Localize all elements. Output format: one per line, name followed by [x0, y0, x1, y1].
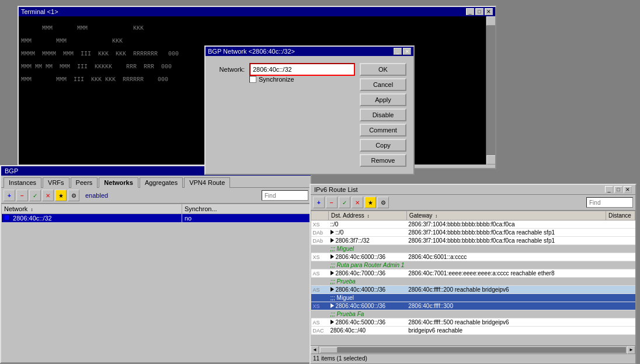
- ipv6-table-area[interactable]: Dst. Address ↕ Gateway ↕ Distance XS: [311, 211, 635, 345]
- terminal-maximize-btn[interactable]: □: [475, 8, 484, 15]
- gw-cell: 2806:40c:7001:eeee:eeee:eeee:a:cccc reac…: [406, 270, 606, 278]
- ipv6-title-controls: _ □ ✕: [605, 186, 632, 193]
- network-cell: 2806:40c::/32: [2, 214, 182, 223]
- terminal-scrollbar[interactable]: ▲ ▼: [486, 16, 495, 164]
- ok-button[interactable]: OK: [360, 63, 406, 76]
- table-row[interactable]: XS 2806:40c:6000::/36 2806:40c:6001::a:c…: [311, 253, 635, 261]
- interface-icon: [4, 215, 10, 220]
- add-button[interactable]: +: [4, 190, 15, 201]
- cancel-button[interactable]: Cancel: [360, 78, 406, 91]
- comment-button[interactable]: Comment: [360, 124, 406, 136]
- table-row[interactable]: AS 2806:40c:4000::/36 2806:40c:ffff::200…: [311, 286, 635, 294]
- check-btn[interactable]: ✓: [29, 190, 41, 201]
- table-row[interactable]: ;;; Miguel: [311, 245, 635, 253]
- terminal-titlebar: Terminal <1> _ □ ✕: [19, 7, 495, 16]
- arrow-icon: [331, 303, 334, 308]
- tab-vrfs[interactable]: VRFs: [43, 177, 69, 188]
- table-row[interactable]: ;;; Prueba: [311, 278, 635, 286]
- table-row[interactable]: 2806:40c::/32 no: [2, 214, 311, 223]
- hscroll-thumb[interactable]: [320, 347, 338, 353]
- table-row[interactable]: ;;; Prueba Fa: [311, 310, 635, 318]
- sync-row: Synchronize: [213, 76, 355, 83]
- ipv6-title: IPv6 Route List: [314, 186, 358, 193]
- col-network[interactable]: Network ↕: [2, 204, 182, 214]
- comment-cell: ;;; Ruta para Router Admin 1: [329, 261, 635, 270]
- col-sync[interactable]: Synchron...: [182, 204, 310, 214]
- table-row[interactable]: DAC 2806:40c::/40 bridgeipv6 reachable: [311, 327, 635, 335]
- terminal-close-btn[interactable]: ✕: [485, 8, 493, 15]
- dst-cell: 2806:40c:7000::/36: [329, 270, 407, 278]
- table-header-row: Network ↕ Synchron...: [2, 204, 311, 214]
- table-row[interactable]: XS ::/0 2806:3f7:1004:bbbb:bbbb:bbbb:f0c…: [311, 220, 635, 229]
- copy-button[interactable]: Copy: [360, 139, 406, 152]
- type-cell: XS: [311, 253, 329, 261]
- route-table-header: Dst. Address ↕ Gateway ↕ Distance: [311, 211, 635, 220]
- scroll-up-arrow[interactable]: ▲: [486, 16, 496, 26]
- tab-instances[interactable]: Instances: [4, 177, 41, 188]
- table-row[interactable]: ;;; Ruta para Router Admin 1: [311, 261, 635, 270]
- terminal-minimize-btn[interactable]: _: [466, 8, 474, 15]
- col-distance[interactable]: Distance: [606, 211, 635, 220]
- ipv6-x-btn[interactable]: ✕: [352, 197, 363, 208]
- ipv6-route-table: Dst. Address ↕ Gateway ↕ Distance XS: [311, 211, 635, 335]
- gw-sort-icon: ↕: [435, 214, 437, 219]
- x-btn[interactable]: ✕: [42, 190, 54, 201]
- bgp-panel-title: BGP: [5, 167, 18, 174]
- ipv6-close-btn[interactable]: ✕: [624, 186, 632, 193]
- col-type[interactable]: [311, 211, 329, 220]
- bgp-network-dialog: BGP Network <2806:40c::/32> _ ✕ Network:…: [204, 46, 415, 175]
- table-row[interactable]: AS 2806:40c:7000::/36 2806:40c:7001:eeee…: [311, 270, 635, 278]
- ipv6-maximize-btn[interactable]: □: [614, 186, 622, 193]
- filter-btn[interactable]: ⚙: [68, 190, 79, 201]
- table-row[interactable]: ;;; Miguel: [311, 294, 635, 302]
- bgp-table-area[interactable]: Network ↕ Synchron... 2806:40c::/32 no: [1, 204, 311, 347]
- bgp-dialog-close-btn[interactable]: ✕: [403, 48, 411, 55]
- type-cell: DAC: [311, 327, 329, 335]
- dist-cell: [606, 229, 635, 237]
- type-cell: [311, 261, 329, 270]
- tab-aggregates[interactable]: Aggregates: [140, 177, 183, 188]
- star-btn[interactable]: ★: [55, 190, 67, 201]
- comment-cell: ;;; Miguel: [329, 294, 635, 302]
- type-cell: [311, 278, 329, 286]
- disable-button[interactable]: Disable: [360, 108, 406, 121]
- table-row[interactable]: DAb ::/0 2806:3f7:1004:bbbb:bbbb:bbbb:f0…: [311, 229, 635, 237]
- tab-networks[interactable]: Networks: [99, 177, 138, 188]
- ipv6-add-btn[interactable]: +: [313, 197, 325, 208]
- network-label: Network:: [213, 66, 245, 73]
- ipv6-minimize-btn[interactable]: _: [605, 186, 613, 193]
- ipv6-search-input[interactable]: [586, 197, 633, 208]
- hscroll-right-arrow[interactable]: ►: [627, 346, 635, 354]
- hscroll-track[interactable]: [320, 347, 626, 353]
- terminal-title: Terminal <1>: [21, 8, 58, 15]
- synchronize-checkbox[interactable]: [249, 76, 256, 83]
- network-input[interactable]: [249, 63, 355, 76]
- gw-cell: bridgeipv6 reachable: [406, 327, 606, 335]
- table-row[interactable]: AS 2806:40c:5000::/36 2806:40c:ffff::500…: [311, 318, 635, 327]
- tab-vpn4-route[interactable]: VPN4 Route: [184, 177, 230, 188]
- type-cell: [311, 245, 329, 253]
- table-row[interactable]: DAb 2806:3f7::/32 2806:3f7:1004:bbbb:bbb…: [311, 237, 635, 245]
- table-row[interactable]: XS 2806:40c:6000::/36 2806:40c:ffff::300: [311, 302, 635, 310]
- hscroll-left-arrow[interactable]: ◄: [311, 346, 319, 354]
- remove-button[interactable]: Remove: [360, 154, 406, 167]
- ipv6-check-btn[interactable]: ✓: [339, 197, 350, 208]
- col-dst[interactable]: Dst. Address ↕: [329, 211, 407, 220]
- dst-cell: 2806:40c::/40: [329, 327, 407, 335]
- ipv6-star-btn[interactable]: ★: [364, 197, 376, 208]
- ipv6-filter-btn[interactable]: ⚙: [377, 197, 389, 208]
- bgp-search-input[interactable]: [262, 190, 308, 201]
- ipv6-remove-btn[interactable]: −: [326, 197, 338, 208]
- dist-cell: [606, 270, 635, 278]
- bgp-dialog-left: Network: Synchronize: [213, 63, 355, 83]
- bgp-dialog-minimize-btn[interactable]: _: [394, 48, 402, 55]
- gw-cell: 2806:3f7:1004:bbbb:bbbb:bbbb:f0ca:f0ca r…: [406, 237, 606, 245]
- apply-button[interactable]: Apply: [360, 93, 406, 106]
- ipv6-hscrollbar[interactable]: ◄ ►: [311, 345, 635, 354]
- remove-btn[interactable]: −: [16, 190, 28, 201]
- scroll-down-arrow[interactable]: ▼: [486, 155, 496, 164]
- type-cell: AS: [311, 270, 329, 278]
- tab-peers[interactable]: Peers: [71, 177, 98, 188]
- arrow-icon: [331, 287, 334, 292]
- col-gateway[interactable]: Gateway ↕: [406, 211, 606, 220]
